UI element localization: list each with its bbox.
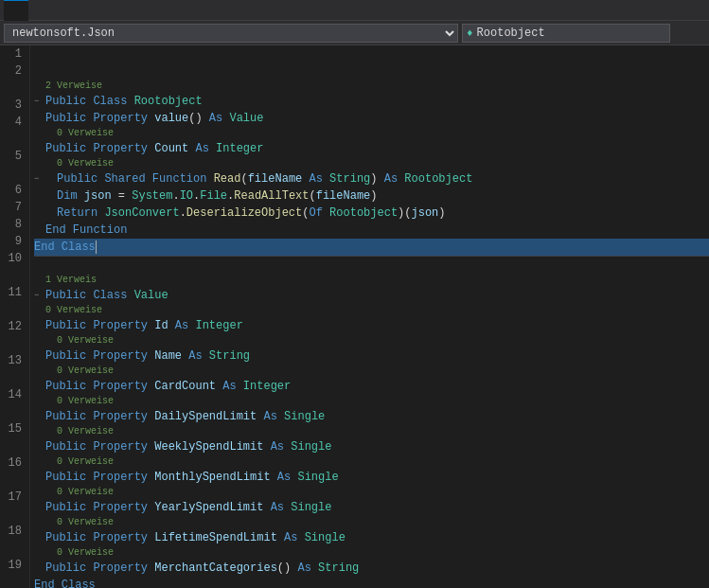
hint-line-number: [4, 403, 22, 420]
line-numbers: 1234567891011121314151617181920212223242…: [0, 45, 30, 588]
code-line: End Class: [34, 577, 709, 588]
line-number: 8: [4, 216, 22, 233]
title-bar: [0, 0, 709, 21]
code-hint: 0 Verweise: [34, 127, 709, 140]
line-number: 5: [4, 148, 22, 165]
code-hint: 1 Verweis: [34, 274, 709, 287]
line-number: 3: [4, 97, 22, 114]
line-number: 19: [4, 557, 22, 574]
hint-line-number: [4, 301, 22, 318]
hint-line-number: [4, 369, 22, 386]
code-line: Public Property MonthlySpendLimit As Sin…: [34, 469, 709, 486]
editor-tab[interactable]: [4, 0, 28, 21]
hint-line-number: [4, 335, 22, 352]
line-number: 18: [4, 523, 22, 540]
line-number: 2: [4, 62, 22, 80]
code-line: Public Property DailySpendLimit As Singl…: [34, 408, 709, 425]
code-line: Public Property Name As String: [34, 347, 709, 365]
line-number: 13: [4, 352, 22, 369]
line-number: 4: [4, 114, 22, 131]
code-line: Dim json = System.IO.File.ReadAllText(fi…: [34, 187, 709, 205]
collapse-icon[interactable]: −: [34, 93, 44, 110]
code-line: Public Property Count As Integer: [34, 140, 709, 157]
line-number: 7: [4, 199, 22, 216]
code-line: Public Property CardCount As Integer: [34, 378, 709, 395]
line-number: 11: [4, 284, 22, 301]
code-line: Public Property Id As Integer: [34, 317, 709, 334]
line-number: 12: [4, 318, 22, 335]
code-line: Public Property MerchantCategories() As …: [34, 560, 709, 577]
hint-line-number: [4, 437, 22, 454]
code-hint: 0 Verweise: [34, 546, 709, 560]
line-number: 6: [4, 182, 22, 199]
hint-line-number: [4, 540, 22, 557]
rootobject-label: Rootobject: [477, 27, 545, 40]
line-number: 1: [4, 45, 22, 62]
code-hint: 0 Verweise: [34, 486, 709, 499]
code-line: −Public Class Rootobject: [34, 93, 709, 110]
code-line: End Function: [34, 222, 709, 239]
code-hint: 2 Verweise: [34, 80, 709, 93]
line-number: 16: [4, 454, 22, 472]
rootobject-icon: ♦: [467, 27, 473, 39]
code-line-end-class: End Class: [34, 239, 709, 256]
code-line: Public Property value() As Value: [34, 110, 709, 127]
code-hint: 0 Verweise: [34, 365, 709, 378]
code-hint: 0 Verweise: [34, 334, 709, 347]
code-line: Public Property LifetimeSpendLimit As Si…: [34, 529, 709, 546]
code-line: [34, 62, 709, 80]
code-hint: 0 Verweise: [34, 157, 709, 170]
code-hint: 0 Verweise: [34, 425, 709, 438]
text-cursor: [96, 241, 97, 254]
line-number: 14: [4, 386, 22, 403]
editor: 1234567891011121314151617181920212223242…: [0, 45, 709, 588]
code-area: 2 Verweise−Public Class RootobjectPublic…: [30, 45, 709, 588]
code-line: Public Property WeeklySpendLimit As Sing…: [34, 438, 709, 455]
nav-bar: newtonsoft.Json ♦ Rootobject: [0, 21, 709, 45]
nav-left-dropdown[interactable]: newtonsoft.Json: [4, 24, 458, 43]
code-line: [34, 45, 709, 62]
code-hint: 0 Verweise: [34, 395, 709, 408]
collapse-icon[interactable]: −: [34, 170, 44, 187]
line-number: 17: [4, 489, 22, 506]
code-hint: 0 Verweise: [34, 304, 709, 317]
hint-line-number: [4, 574, 22, 588]
nav-right-dropdown[interactable]: ♦ Rootobject: [462, 24, 670, 43]
code-line: Public Property YearlySpendLimit As Sing…: [34, 499, 709, 516]
line-number: 9: [4, 233, 22, 250]
code-line: [34, 257, 709, 274]
hint-line-number: [4, 80, 22, 97]
code-hint: 0 Verweise: [34, 455, 709, 469]
hr-ln: [4, 267, 22, 284]
hint-line-number: [4, 506, 22, 523]
collapse-icon[interactable]: −: [34, 287, 44, 304]
code-line: −Public Shared Function Read(fileName As…: [34, 170, 709, 187]
hint-line-number: [4, 472, 22, 489]
line-number: 15: [4, 420, 22, 437]
code-hint: 0 Verweise: [34, 516, 709, 529]
hint-line-number: [4, 165, 22, 182]
separator-ln: 10: [4, 250, 22, 267]
code-line: Return JsonConvert.DeserializeObject(Of …: [34, 205, 709, 222]
code-line: −Public Class Value: [34, 287, 709, 304]
hint-line-number: [4, 131, 22, 148]
